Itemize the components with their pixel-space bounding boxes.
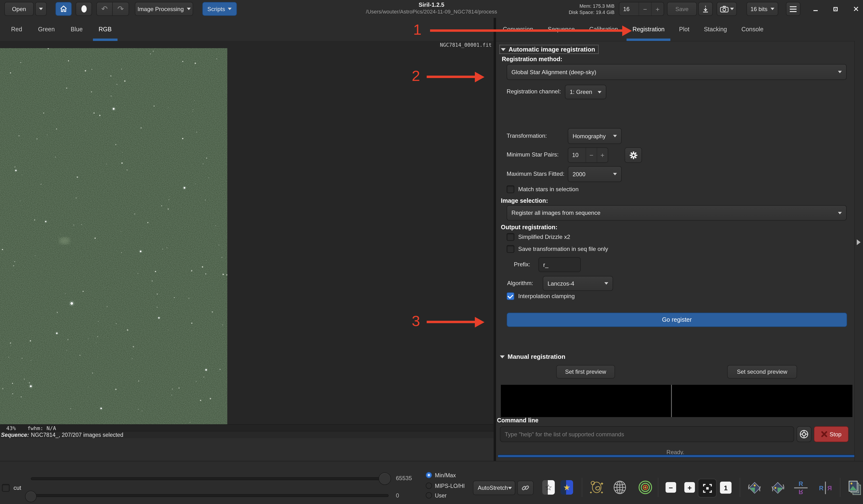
minus-icon: − xyxy=(665,482,676,493)
close-icon xyxy=(853,6,859,12)
manual-registration-expander[interactable]: Manual registration xyxy=(500,353,565,360)
zoom-one-button[interactable]: 1 xyxy=(720,482,731,494)
color-star-icon: ★ xyxy=(561,480,573,495)
command-input[interactable]: Type "help" for the list of supported co… xyxy=(500,426,794,442)
spinner-plus[interactable]: + xyxy=(597,148,608,162)
minimize-button[interactable] xyxy=(811,4,820,13)
astro-image[interactable] xyxy=(0,48,227,424)
rotate-right-button[interactable] xyxy=(768,479,787,496)
match-stars-checkbox[interactable]: Match stars in selection xyxy=(506,186,579,193)
tab-red[interactable]: Red xyxy=(11,18,22,41)
high-slider-handle[interactable] xyxy=(378,473,391,485)
header-bar: Open ↶ ↷ Image Processing Scripts Siril-… xyxy=(0,0,863,18)
first-preview-pane[interactable] xyxy=(501,385,671,417)
spinner-minus[interactable]: − xyxy=(586,148,597,162)
open-recent-dropdown[interactable] xyxy=(35,2,47,16)
close-button[interactable] xyxy=(851,4,860,13)
spinner-plus[interactable]: + xyxy=(651,2,664,15)
snapshot-button[interactable] xyxy=(716,2,737,16)
star-detection-settings-button[interactable] xyxy=(625,147,642,163)
save-transformation-checkbox[interactable]: Save transformation in seq file only xyxy=(506,245,608,253)
set-first-preview-button[interactable]: Set first preview xyxy=(556,365,615,379)
min-star-pairs-spinner[interactable]: 10 − + xyxy=(568,147,608,163)
hamburger-menu-button[interactable] xyxy=(786,2,800,16)
interpolation-clamping-checkbox[interactable]: Interpolation clamping xyxy=(506,292,575,300)
registration-method-dropdown[interactable]: Global Star Alignment (deep-sky) xyxy=(506,64,847,80)
astrometry-button[interactable] xyxy=(588,479,605,495)
bottom-toolbar: cut 65535 0 Min/Max MIPS-LO/HI User Auto… xyxy=(0,461,863,504)
chevron-down-icon xyxy=(613,135,617,137)
tab-console[interactable]: Console xyxy=(741,18,764,41)
tab-rgb[interactable]: RGB xyxy=(99,18,112,41)
zoom-out-button[interactable]: − xyxy=(665,482,676,493)
radio-unselected xyxy=(426,492,432,499)
checkbox-unchecked xyxy=(506,233,514,241)
low-slider-track[interactable] xyxy=(31,494,389,497)
high-value: 65535 xyxy=(396,475,412,482)
stop-button[interactable]: Stop xyxy=(814,426,849,442)
radio-minmax[interactable]: Min/Max xyxy=(426,472,456,478)
toolbar-separator xyxy=(740,478,740,497)
scripts-menu[interactable]: Scripts xyxy=(202,2,237,16)
annotation-number-3: 3 xyxy=(412,313,420,330)
negative-view-button[interactable]: ☆ xyxy=(540,479,557,495)
command-help-button[interactable] xyxy=(797,426,812,442)
false-color-button[interactable]: ★ xyxy=(559,479,575,495)
rotate-left-button[interactable] xyxy=(746,479,764,496)
mirror-horizontal-button[interactable]: R R xyxy=(817,479,834,496)
go-register-button[interactable]: Go register xyxy=(506,313,847,327)
radio-user[interactable]: User xyxy=(426,492,447,499)
chevron-down-icon xyxy=(598,91,601,93)
fit-to-window-button[interactable] xyxy=(698,479,716,497)
save-as-icon xyxy=(702,5,709,13)
image-statusbar: 43% fwhm: N/A xyxy=(0,424,493,431)
mirror-vertical-button[interactable]: R R xyxy=(792,479,810,496)
channel-link-button[interactable] xyxy=(517,481,534,495)
tab-registration[interactable]: Registration xyxy=(633,18,665,41)
bit-depth-spinner[interactable]: 16 − + xyxy=(619,2,664,16)
tab-blue[interactable]: Blue xyxy=(71,18,83,41)
bit-depth-selector[interactable]: 16 bits xyxy=(747,2,778,16)
autostretch-dropdown[interactable]: AutoStretch xyxy=(473,481,515,495)
image-canvas[interactable]: NGC7814_00001.fit xyxy=(0,41,493,424)
processing-panel: Conversion Sequence Calibration Registra… xyxy=(496,18,863,461)
tab-green[interactable]: Green xyxy=(38,18,55,41)
world-coordinates-button[interactable] xyxy=(611,479,628,495)
tab-plot[interactable]: Plot xyxy=(679,18,689,41)
resources-block: Mem: 175.3 MiB Disk Space: 19.4 GiB xyxy=(569,3,614,15)
record-button[interactable] xyxy=(76,2,92,16)
redo-button[interactable]: ↷ xyxy=(113,2,129,16)
drizzle-checkbox[interactable]: Simplified Drizzle x2 xyxy=(506,233,570,241)
transformation-dropdown[interactable]: Homography xyxy=(568,128,622,144)
save-as-button[interactable] xyxy=(698,2,713,16)
memory-usage: Mem: 175.3 MiB xyxy=(569,3,614,9)
save-button[interactable]: Save xyxy=(667,2,697,16)
undo-button[interactable]: ↶ xyxy=(96,2,113,16)
image-selection-dropdown[interactable]: Register all images from sequence xyxy=(506,205,847,220)
prefix-input[interactable]: r_ xyxy=(538,257,581,272)
sequence-list-button[interactable] xyxy=(846,479,863,497)
panel-expand-arrow-icon[interactable] xyxy=(857,239,861,245)
tab-stacking[interactable]: Stacking xyxy=(704,18,727,41)
expander-down-icon xyxy=(501,48,506,51)
max-stars-dropdown[interactable]: 2000 xyxy=(568,166,622,182)
cut-checkbox[interactable]: cut xyxy=(2,484,21,492)
registration-channel-dropdown[interactable]: 1: Green xyxy=(565,85,606,99)
second-preview-pane[interactable] xyxy=(672,385,852,417)
open-button[interactable]: Open xyxy=(4,2,34,16)
photometry-button[interactable] xyxy=(637,479,654,495)
toolbar-separator xyxy=(658,478,658,497)
spinner-minus[interactable]: − xyxy=(639,2,651,15)
home-button[interactable] xyxy=(55,2,72,16)
high-slider-track[interactable] xyxy=(31,477,389,480)
radio-mips[interactable]: MIPS-LO/HI xyxy=(426,482,465,489)
low-slider-handle[interactable] xyxy=(25,491,37,502)
restore-button[interactable] xyxy=(831,4,840,13)
chevron-down-icon xyxy=(39,8,43,10)
auto-registration-expander[interactable]: Automatic image registration xyxy=(500,45,598,53)
image-processing-menu[interactable]: Image Processing xyxy=(135,2,193,16)
set-second-preview-button[interactable]: Set second preview xyxy=(727,365,797,379)
algorithm-dropdown[interactable]: Lanczos-4 xyxy=(543,276,613,291)
zoom-in-button[interactable]: + xyxy=(684,482,695,493)
photometry-target-icon xyxy=(638,480,653,495)
